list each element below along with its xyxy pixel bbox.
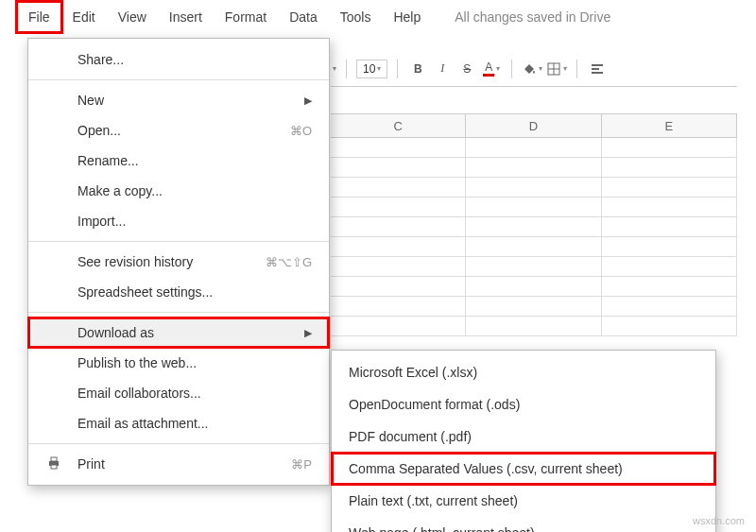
- cell[interactable]: [466, 197, 601, 216]
- cell[interactable]: [331, 317, 466, 335]
- bold-button[interactable]: B: [407, 59, 428, 79]
- menu-item-spreadsheet-settings[interactable]: Spreadsheet settings...: [28, 277, 329, 307]
- menu-label: New: [77, 93, 104, 108]
- menu-label: Publish to the web...: [77, 355, 197, 370]
- strikethrough-button[interactable]: S: [456, 59, 477, 79]
- cell[interactable]: [331, 178, 466, 197]
- text-color-button[interactable]: A ▾: [481, 59, 502, 79]
- cell[interactable]: [466, 257, 601, 276]
- chevron-down-icon: ▾: [496, 64, 500, 73]
- print-icon: [45, 455, 62, 473]
- submenu-item-csv[interactable]: Comma Separated Values (.csv, current sh…: [332, 453, 715, 485]
- menu-item-new[interactable]: New▶: [28, 85, 329, 115]
- menu-item-make-copy[interactable]: Make a copy...: [28, 176, 329, 206]
- cell[interactable]: [331, 138, 466, 157]
- cell[interactable]: [331, 217, 466, 236]
- cell[interactable]: [331, 237, 466, 256]
- svg-rect-8: [51, 465, 57, 469]
- menu-item-print[interactable]: Print⌘P: [28, 449, 329, 479]
- cell[interactable]: [602, 178, 737, 197]
- cell[interactable]: [602, 197, 737, 216]
- menu-label: Spreadsheet settings...: [77, 284, 213, 300]
- submenu-arrow-icon: ▶: [304, 327, 312, 339]
- cell[interactable]: [331, 197, 466, 216]
- fill-color-button[interactable]: ▾: [522, 59, 542, 79]
- menu-label: Share...: [77, 52, 124, 67]
- menu-edit[interactable]: Edit: [61, 2, 107, 32]
- column-header[interactable]: E: [602, 114, 737, 137]
- italic-button[interactable]: I: [432, 59, 453, 79]
- menu-label: Download as: [77, 325, 154, 340]
- menu-item-import[interactable]: Import...: [28, 206, 329, 236]
- grid-row: [331, 178, 737, 197]
- cell[interactable]: [602, 237, 737, 256]
- submenu-arrow-icon: ▶: [304, 94, 312, 107]
- cell[interactable]: [466, 217, 601, 236]
- cell[interactable]: [466, 178, 601, 197]
- cell[interactable]: [331, 158, 466, 177]
- submenu-item-pdf[interactable]: PDF document (.pdf): [332, 420, 715, 453]
- column-header[interactable]: D: [466, 114, 601, 137]
- submenu-item-html[interactable]: Web page (.html, current sheet): [332, 517, 715, 532]
- cell[interactable]: [466, 317, 601, 335]
- menu-item-publish[interactable]: Publish to the web...: [28, 348, 329, 378]
- submenu-item-txt[interactable]: Plain text (.txt, current sheet): [332, 485, 715, 517]
- menu-label: Make a copy...: [77, 183, 163, 198]
- cell[interactable]: [331, 297, 466, 316]
- cell[interactable]: [602, 217, 737, 236]
- menu-file[interactable]: File: [17, 2, 61, 32]
- cell[interactable]: [331, 257, 466, 276]
- menu-item-email-attachment[interactable]: Email as attachment...: [28, 408, 329, 438]
- shortcut: ⌘O: [290, 124, 312, 138]
- menu-item-open[interactable]: Open...⌘O: [28, 115, 329, 146]
- cell[interactable]: [466, 277, 601, 296]
- borders-button[interactable]: ▾: [546, 59, 567, 79]
- font-size-value: 10: [363, 62, 375, 76]
- chevron-down-icon: ▾: [377, 64, 381, 73]
- column-headers: C D E: [331, 113, 737, 138]
- grid-row: [331, 237, 737, 257]
- cell[interactable]: [602, 257, 737, 276]
- cell[interactable]: [466, 158, 601, 177]
- cell[interactable]: [602, 158, 737, 177]
- menu-item-share[interactable]: Share...: [28, 44, 329, 75]
- menu-help[interactable]: Help: [382, 2, 432, 32]
- cell[interactable]: [466, 297, 601, 316]
- menu-item-rename[interactable]: Rename...: [28, 146, 329, 176]
- menu-insert[interactable]: Insert: [158, 2, 214, 32]
- menu-label: Import...: [77, 214, 126, 229]
- separator: [28, 443, 329, 444]
- chevron-down-icon: ▾: [563, 64, 567, 73]
- menu-data[interactable]: Data: [278, 2, 329, 32]
- cell[interactable]: [602, 297, 737, 316]
- borders-icon: [546, 61, 561, 77]
- chevron-down-icon[interactable]: ▾: [333, 64, 336, 73]
- cell[interactable]: [466, 237, 601, 256]
- align-button[interactable]: [587, 59, 608, 79]
- cell[interactable]: [331, 277, 466, 296]
- menu-view[interactable]: View: [107, 2, 158, 32]
- cell[interactable]: [602, 138, 737, 157]
- menu-item-email-collaborators[interactable]: Email collaborators...: [28, 378, 329, 408]
- submenu-item-xlsx[interactable]: Microsoft Excel (.xlsx): [332, 356, 715, 388]
- menu-item-download-as[interactable]: Download as▶: [28, 317, 329, 348]
- menu-label: Open...: [77, 123, 121, 138]
- grid-row: [331, 257, 737, 277]
- save-status: All changes saved in Drive: [455, 9, 610, 25]
- column-header[interactable]: C: [331, 114, 466, 137]
- cell[interactable]: [602, 277, 737, 296]
- menu-item-revision-history[interactable]: See revision history⌘⌥⇧G: [28, 247, 329, 277]
- grid-row: [331, 297, 737, 317]
- menu-format[interactable]: Format: [214, 2, 278, 32]
- menu-tools[interactable]: Tools: [329, 2, 383, 32]
- shortcut: ⌘⌥⇧G: [266, 255, 312, 269]
- menu-bar: File Edit View Insert Format Data Tools …: [0, 0, 756, 34]
- grid-row: [331, 158, 737, 178]
- submenu-item-ods[interactable]: OpenDocument format (.ods): [332, 388, 715, 420]
- cell[interactable]: [602, 317, 737, 335]
- watermark: wsxdn.com: [693, 515, 745, 526]
- cell[interactable]: [466, 138, 601, 157]
- separator: [346, 60, 347, 78]
- font-size-select[interactable]: 10 ▾: [356, 60, 387, 78]
- menu-label: See revision history: [77, 254, 193, 269]
